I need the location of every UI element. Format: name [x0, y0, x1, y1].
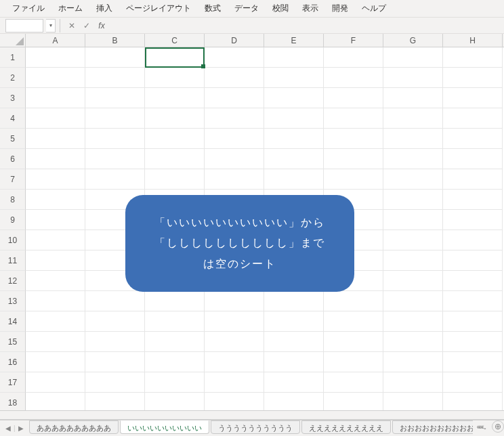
cell-C4[interactable]	[145, 108, 205, 129]
cell-F15[interactable]	[324, 332, 383, 352]
cell-D16[interactable]	[205, 352, 264, 372]
row-head-5[interactable]: 5	[0, 129, 26, 149]
cell-G18[interactable]	[383, 393, 443, 410]
row-head-6[interactable]: 6	[0, 149, 26, 169]
cell-C15[interactable]	[145, 332, 205, 352]
cell-G12[interactable]	[383, 271, 443, 291]
row-head-1[interactable]: 1	[0, 47, 26, 68]
ribbon-tab-view[interactable]: 表示	[295, 0, 325, 17]
row-head-16[interactable]: 16	[0, 352, 26, 372]
cell-C18[interactable]	[145, 393, 205, 410]
row-head-4[interactable]: 4	[0, 108, 26, 129]
cell-D15[interactable]	[205, 332, 264, 352]
cell-A13[interactable]	[26, 291, 85, 311]
cell-F6[interactable]	[324, 149, 383, 169]
cancel-icon[interactable]: ✕	[64, 19, 79, 32]
cell-E5[interactable]	[264, 129, 324, 149]
cell-H16[interactable]	[443, 352, 503, 372]
cell-F18[interactable]	[324, 393, 383, 410]
cell-D5[interactable]	[205, 129, 264, 149]
cell-A15[interactable]	[26, 332, 85, 352]
cell-D3[interactable]	[205, 88, 264, 108]
cell-D18[interactable]	[205, 393, 264, 410]
sheet-tab[interactable]: ええええええええええ	[301, 420, 391, 434]
ribbon-tab-help[interactable]: ヘルプ	[355, 0, 393, 17]
formula-input[interactable]	[109, 19, 504, 32]
cell-A18[interactable]	[26, 393, 85, 410]
col-head-H[interactable]: H	[443, 34, 503, 47]
cell-B2[interactable]	[85, 68, 145, 88]
ribbon-tab-data[interactable]: データ	[228, 0, 266, 17]
col-head-E[interactable]: E	[264, 34, 324, 47]
ribbon-tab-developer[interactable]: 開発	[325, 0, 355, 17]
cell-E7[interactable]	[264, 169, 324, 190]
cell-A8[interactable]	[26, 190, 85, 210]
row-head-18[interactable]: 18	[0, 393, 26, 410]
name-box[interactable]	[5, 19, 43, 32]
cell-C2[interactable]	[145, 68, 205, 88]
col-head-A[interactable]: A	[26, 34, 85, 47]
cell-H12[interactable]	[443, 271, 503, 291]
cell-D6[interactable]	[205, 149, 264, 169]
cell-H5[interactable]	[443, 129, 503, 149]
ribbon-tab-home[interactable]: ホーム	[51, 0, 89, 17]
cell-G7[interactable]	[383, 169, 443, 190]
cell-A16[interactable]	[26, 352, 85, 372]
cell-A14[interactable]	[26, 311, 85, 332]
row-head-13[interactable]: 13	[0, 291, 26, 311]
cell-H1[interactable]	[443, 47, 503, 68]
cell-A2[interactable]	[26, 68, 85, 88]
cell-E1[interactable]	[264, 47, 324, 68]
cell-E6[interactable]	[264, 149, 324, 169]
cell-C17[interactable]	[145, 372, 205, 393]
cell-G5[interactable]	[383, 129, 443, 149]
cell-A7[interactable]	[26, 169, 85, 190]
cell-C14[interactable]	[145, 311, 205, 332]
fx-icon[interactable]: fx	[94, 19, 109, 32]
cell-F5[interactable]	[324, 129, 383, 149]
cell-B6[interactable]	[85, 149, 145, 169]
name-box-dropdown[interactable]: ▾	[46, 19, 56, 32]
cell-E15[interactable]	[264, 332, 324, 352]
cell-H10[interactable]	[443, 230, 503, 250]
row-head-2[interactable]: 2	[0, 68, 26, 88]
cell-G4[interactable]	[383, 108, 443, 129]
cell-F17[interactable]	[324, 372, 383, 393]
cell-B4[interactable]	[85, 108, 145, 129]
cell-F1[interactable]	[324, 47, 383, 68]
row-head-17[interactable]: 17	[0, 372, 26, 393]
cell-G13[interactable]	[383, 291, 443, 311]
cell-B3[interactable]	[85, 88, 145, 108]
add-sheet-button[interactable]: ⊕	[492, 420, 504, 433]
cell-F3[interactable]	[324, 88, 383, 108]
cell-H2[interactable]	[443, 68, 503, 88]
cell-D14[interactable]	[205, 311, 264, 332]
cell-H9[interactable]	[443, 210, 503, 230]
cell-H6[interactable]	[443, 149, 503, 169]
cell-D7[interactable]	[205, 169, 264, 190]
cell-B7[interactable]	[85, 169, 145, 190]
ribbon-tab-file[interactable]: ファイル	[5, 0, 51, 17]
ribbon-tab-review[interactable]: 校閲	[266, 0, 295, 17]
cell-H15[interactable]	[443, 332, 503, 352]
cell-C1[interactable]	[145, 47, 205, 68]
row-head-12[interactable]: 12	[0, 271, 26, 291]
cell-G6[interactable]	[383, 149, 443, 169]
sheet-tab-overflow[interactable]: ‹‹‹‹‹‹‹ ...	[473, 420, 489, 434]
cell-B15[interactable]	[85, 332, 145, 352]
cell-F16[interactable]	[324, 352, 383, 372]
cell-H11[interactable]	[443, 250, 503, 271]
cell-A10[interactable]	[26, 230, 85, 250]
sheet-tab[interactable]: おおおおおおおおおお	[392, 420, 473, 434]
cell-E3[interactable]	[264, 88, 324, 108]
cell-E18[interactable]	[264, 393, 324, 410]
cell-H14[interactable]	[443, 311, 503, 332]
cell-F14[interactable]	[324, 311, 383, 332]
cell-G15[interactable]	[383, 332, 443, 352]
cell-F7[interactable]	[324, 169, 383, 190]
row-head-3[interactable]: 3	[0, 88, 26, 108]
cell-C13[interactable]	[145, 291, 205, 311]
cell-G3[interactable]	[383, 88, 443, 108]
row-head-8[interactable]: 8	[0, 190, 26, 210]
cell-D4[interactable]	[205, 108, 264, 129]
